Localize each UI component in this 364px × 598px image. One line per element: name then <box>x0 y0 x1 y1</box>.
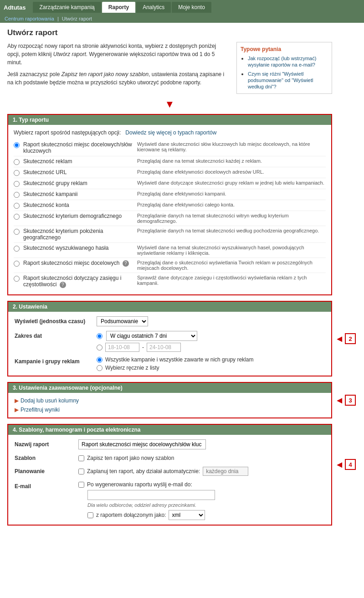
typical-questions: Typowe pytania Jak rozpocząć (lub wstrzy… <box>236 42 332 94</box>
tab-zarządzanie[interactable]: Zarządzanie kampanią <box>33 2 101 13</box>
date-from-input[interactable] <box>105 343 139 352</box>
email-checkbox[interactable] <box>78 482 84 488</box>
section3-body: ▶Dodaj lub usuń kolumny ▶Przefiltruj wyn… <box>8 393 331 418</box>
report-label-9: Raport skuteczności miejsc docelowych ? <box>23 260 133 267</box>
date-range-radio-custom[interactable] <box>97 345 103 351</box>
report-radio-9[interactable] <box>14 261 20 267</box>
report-option-7: Skuteczność kryterium położenia geografi… <box>14 226 326 243</box>
typical-question-1[interactable]: Jak rozpocząć (lub wstrzymać) wysyłanie … <box>248 56 316 67</box>
header: Adtutas Zarządzanie kampanią Raporty Ana… <box>0 0 364 15</box>
report-desc-1: Przeglądaj dane na temat skuteczności ka… <box>133 158 326 164</box>
breadcrumb-link[interactable]: Centrum raportowania <box>5 16 54 21</box>
email-label: E-mail <box>15 481 78 490</box>
typical-question-2[interactable]: Czym się różni "Wyświetl podsumowanie" o… <box>248 71 313 89</box>
schedule-label: Planowanie <box>15 468 78 474</box>
help-icon-10[interactable]: ? <box>60 282 66 288</box>
report-desc-4: Przeglądaj dane efektywności kampanii. <box>133 191 326 196</box>
section3: 3. Ustawienia zaawansowane (opcjonalne) … <box>7 382 332 418</box>
section4-arrow: ◄ <box>335 459 344 470</box>
report-option-9: Raport skuteczności miejsc docelowych ? … <box>14 258 326 273</box>
schedule-input[interactable] <box>203 467 248 476</box>
email-checkbox-label: Po wygenerowaniu raportu wyślij e-mail d… <box>87 481 192 488</box>
arrow-down: ▼ <box>7 98 332 110</box>
report-radio-7[interactable] <box>14 229 20 235</box>
email-input[interactable] <box>87 490 215 500</box>
report-radio-6[interactable] <box>14 214 20 220</box>
report-radio-8[interactable] <box>14 246 20 252</box>
section1-intro: Wybierz raport spośród następujących opc… <box>14 129 121 136</box>
section1-header: 1. Typ raportu <box>8 115 331 125</box>
report-radio-2[interactable] <box>14 170 20 176</box>
section4-header: 4. Szablony, harmonogram i poczta elektr… <box>8 425 331 435</box>
section1: 1. Typ raportu Wybierz raport spośród na… <box>7 114 332 295</box>
report-option-3: Skuteczność grupy reklam Wyświetl dane d… <box>14 178 326 189</box>
report-label-4: Skuteczność kampanii <box>23 191 133 197</box>
display-select[interactable]: Podsumowanie <box>97 316 148 326</box>
tab-moje-konto[interactable]: Moje konto <box>172 2 211 13</box>
nav-tabs: Zarządzanie kampanią Raporty Analytics M… <box>33 2 211 13</box>
name-label: Nazwij raport <box>15 441 78 448</box>
report-radio-0[interactable] <box>14 142 20 148</box>
report-option-8: Skuteczność wyszukiwanego hasła Wyświetl… <box>14 243 326 258</box>
section3-badge: 3 <box>345 395 356 406</box>
xml-checkbox[interactable] <box>87 512 93 518</box>
report-label-3: Skuteczność grupy reklam <box>23 180 133 186</box>
section1-body: Wybierz raport spośród następujących opc… <box>8 125 331 294</box>
logo: Adtutas <box>4 4 26 11</box>
campaigns-label: Kampanie i grupy reklam <box>15 356 97 365</box>
date-to-input[interactable] <box>147 343 181 352</box>
report-option-1: Skuteczność reklam Przeglądaj dane na te… <box>14 156 326 167</box>
intro-text: Aby rozpocząć nowy raport na stronie akt… <box>7 42 229 94</box>
add-remove-columns-link[interactable]: ▶Dodaj lub usuń kolumny <box>15 397 325 404</box>
section3-header: 3. Ustawienia zaawansowane (opcjonalne) <box>8 383 331 393</box>
campaigns-radio-all[interactable] <box>97 357 103 363</box>
report-label-2: Skuteczność URL <box>23 169 133 175</box>
section2-arrow: ◄ <box>335 334 344 344</box>
date-range-radio-preset[interactable] <box>97 333 103 339</box>
report-desc-10: Sprawdź dane dotyczące zasięgu i częstot… <box>133 275 326 286</box>
section2: 2. Ustawienia Wyświetl (jednostka czasu)… <box>7 301 332 376</box>
section2-header: 2. Ustawienia <box>8 302 331 312</box>
report-desc-5: Przeglądaj dane efektywności całego kont… <box>133 202 326 207</box>
report-label-0: Raport skuteczności miejsc docelowych/sł… <box>23 141 133 154</box>
report-desc-9: Przeglądaj dane o skuteczności wyświetla… <box>133 260 326 271</box>
report-desc-3: Wyświetl dane dotyczące skuteczności gru… <box>133 180 326 186</box>
xml-checkbox-label: z raportem dołączonym jako: <box>96 512 166 518</box>
section4: 4. Szablony, harmonogram i poczta elektr… <box>7 424 332 526</box>
breadcrumb: Centrum raportowania | Utwórz raport <box>0 15 364 23</box>
intro-em: Utwórz raport <box>53 51 86 57</box>
section2-badge: 2 <box>345 333 356 344</box>
report-desc-8: Wyświetl dane na temat skuteczności wysz… <box>133 245 326 256</box>
breadcrumb-current: Utwórz raport <box>62 16 92 21</box>
tab-raporty[interactable]: Raporty <box>102 2 135 13</box>
page-title: Utwórz raport <box>7 28 332 37</box>
report-label-5: Skuteczność konta <box>23 202 133 208</box>
section2-annotation: ◄ 2 <box>335 333 356 344</box>
report-name-input[interactable] <box>78 439 206 449</box>
date-range-select[interactable]: W ciągu ostatnich 7 dni <box>106 331 197 341</box>
report-desc-7: Przeglądanie danych na temat skutecznośc… <box>133 228 326 233</box>
report-option-4: Skuteczność kampanii Przeglądaj dane efe… <box>14 189 326 200</box>
section4-annotation: ◄ 4 <box>335 459 356 470</box>
report-radio-3[interactable] <box>14 181 20 187</box>
section4-badge: 4 <box>345 459 356 470</box>
report-option-0: Raport skuteczności miejsc docelowych/sł… <box>14 139 326 156</box>
campaigns-option2: Wybierz ręcznie z listy <box>105 365 159 371</box>
section4-body: Nazwij raport Szablon Zapisz ten raport … <box>8 435 331 525</box>
intro-p2-em: Zapisz ten raport jako nowy szablon <box>62 71 149 77</box>
tab-analytics[interactable]: Analytics <box>136 2 171 13</box>
section1-link[interactable]: Dowiedz się więcej o typach raportów <box>125 129 216 136</box>
help-icon-9[interactable]: ? <box>123 260 129 267</box>
report-option-5: Skuteczność konta Przeglądaj dane efekty… <box>14 200 326 211</box>
template-checkbox[interactable] <box>78 455 84 461</box>
report-radio-5[interactable] <box>14 203 20 209</box>
report-radio-4[interactable] <box>14 192 20 198</box>
section3-annotation: ◄ 3 <box>335 395 356 406</box>
report-radio-10[interactable] <box>14 276 20 282</box>
campaigns-radio-manual[interactable] <box>97 365 103 371</box>
report-option-2: Skuteczność URL Przeglądaj dane efektywn… <box>14 167 326 178</box>
report-radio-1[interactable] <box>14 159 20 165</box>
schedule-checkbox[interactable] <box>78 469 84 474</box>
xml-select[interactable]: xml <box>169 510 205 520</box>
filter-results-link[interactable]: ▶Przefiltruj wyniki <box>15 407 325 413</box>
